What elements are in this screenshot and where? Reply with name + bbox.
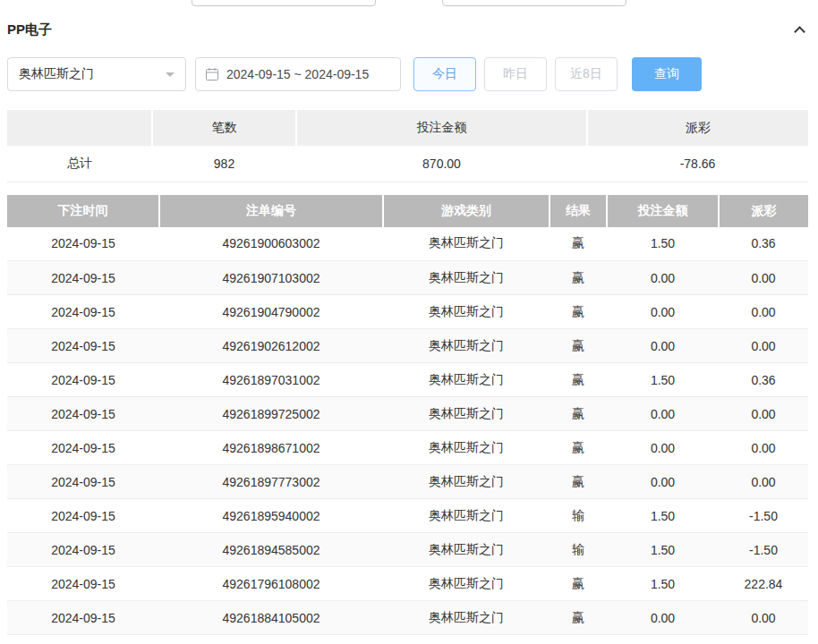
- bets-header-result: 结果: [550, 195, 607, 227]
- quick-range-yesterday-button[interactable]: 昨日: [484, 57, 547, 91]
- panel-header: PP电子: [7, 18, 808, 41]
- cell-bet-amount: 1.50: [607, 567, 719, 601]
- cell-game-type: 奥林匹斯之门: [383, 363, 550, 397]
- table-row: 2024-09-15 49261907103002 奥林匹斯之门 赢 0.00 …: [7, 261, 808, 295]
- cell-game-type: 奥林匹斯之门: [383, 329, 550, 363]
- cell-order-no: 49261796108002: [159, 567, 383, 601]
- summary-header-row: 笔数 投注金额 派彩: [7, 110, 808, 146]
- collapse-button[interactable]: [790, 21, 808, 38]
- cell-result: 赢: [550, 261, 607, 295]
- cell-bet-amount: 0.00: [607, 397, 719, 431]
- cell-game-type: 奥林匹斯之门: [383, 601, 550, 635]
- cell-payout: 0.00: [719, 465, 808, 499]
- cell-payout: 0.00: [719, 601, 808, 635]
- summary-table: 笔数 投注金额 派彩 总计 982 870.00 -78.66: [7, 110, 808, 182]
- table-row: 2024-09-15 49261900603002 奥林匹斯之门 赢 1.50 …: [7, 227, 808, 261]
- cell-bet-amount: 0.00: [607, 329, 719, 363]
- cell-bet-time: 2024-09-15: [7, 397, 159, 431]
- cell-order-no: 49261895940002: [159, 499, 383, 533]
- cell-bet-amount: 0.00: [607, 601, 719, 635]
- cell-game-type: 奥林匹斯之门: [383, 295, 550, 329]
- cell-bet-amount: 0.00: [607, 431, 719, 465]
- summary-total-label: 总计: [7, 146, 152, 182]
- cell-result: 赢: [550, 227, 607, 261]
- cell-payout: 0.00: [719, 295, 808, 329]
- cropped-input-right[interactable]: [442, 0, 626, 6]
- cell-payout: 0.36: [719, 227, 808, 261]
- cell-game-type: 奥林匹斯之门: [383, 465, 550, 499]
- table-row: 2024-09-15 49261897031002 奥林匹斯之门 赢 1.50 …: [7, 363, 808, 397]
- cell-order-no: 49261897031002: [159, 363, 383, 397]
- cell-payout: 0.00: [719, 329, 808, 363]
- cell-result: 赢: [550, 363, 607, 397]
- cell-order-no: 49261898671002: [159, 431, 383, 465]
- cell-bet-time: 2024-09-15: [7, 533, 159, 567]
- bets-header-payout: 派彩: [719, 195, 808, 227]
- summary-total-bet-amount: 870.00: [296, 146, 587, 182]
- quick-range-last8days-button[interactable]: 近8日: [555, 57, 618, 91]
- cell-bet-amount: 1.50: [607, 533, 719, 567]
- cell-result: 赢: [550, 397, 607, 431]
- chevron-down-icon: [166, 72, 175, 81]
- cell-result: 赢: [550, 465, 607, 499]
- date-range-value: 2024-09-15 ~ 2024-09-15: [226, 67, 369, 81]
- bets-header-row: 下注时间 注单编号 游戏类别 结果 投注金额 派彩: [7, 195, 808, 227]
- table-row: 2024-09-15 49261894585002 奥林匹斯之门 输 1.50 …: [7, 533, 808, 567]
- cell-order-no: 49261900603002: [159, 227, 383, 261]
- game-select-value: 奥林匹斯之门: [19, 66, 94, 82]
- cell-result: 输: [550, 499, 607, 533]
- quick-range-group: 今日 昨日 近8日: [413, 57, 618, 91]
- summary-header-blank: [7, 110, 152, 146]
- cell-bet-amount: 1.50: [607, 363, 719, 397]
- cell-result: 赢: [550, 295, 607, 329]
- cell-order-no: 49261907103002: [159, 261, 383, 295]
- cell-bet-time: 2024-09-15: [7, 329, 159, 363]
- summary-header-count: 笔数: [152, 110, 296, 146]
- cell-game-type: 奥林匹斯之门: [383, 261, 550, 295]
- cell-bet-time: 2024-09-15: [7, 261, 159, 295]
- cell-payout: 0.00: [719, 431, 808, 465]
- cell-bet-amount: 0.00: [607, 295, 719, 329]
- table-row: 2024-09-15 49261898671002 奥林匹斯之门 赢 0.00 …: [7, 431, 808, 465]
- summary-header-payout: 派彩: [587, 110, 808, 146]
- table-row: 2024-09-15 49261884105002 奥林匹斯之门 赢 0.00 …: [7, 601, 808, 635]
- game-select[interactable]: 奥林匹斯之门: [7, 57, 186, 91]
- summary-total-count: 982: [152, 146, 296, 182]
- bets-header-bet-amount: 投注金额: [607, 195, 719, 227]
- table-row: 2024-09-15 49261899725002 奥林匹斯之门 赢 0.00 …: [7, 397, 808, 431]
- table-row: 2024-09-15 49261796108002 奥林匹斯之门 赢 1.50 …: [7, 567, 808, 601]
- cell-result: 输: [550, 533, 607, 567]
- search-button[interactable]: 查询: [632, 57, 702, 91]
- cell-order-no: 49261894585002: [159, 533, 383, 567]
- cell-game-type: 奥林匹斯之门: [383, 499, 550, 533]
- cell-result: 赢: [550, 431, 607, 465]
- cell-order-no: 49261904790002: [159, 295, 383, 329]
- summary-total-payout: -78.66: [587, 146, 808, 182]
- cropped-input-left[interactable]: [192, 0, 376, 6]
- cell-bet-time: 2024-09-15: [7, 295, 159, 329]
- cell-game-type: 奥林匹斯之门: [383, 567, 550, 601]
- cell-order-no: 49261899725002: [159, 397, 383, 431]
- summary-header-bet-amount: 投注金额: [296, 110, 587, 146]
- bets-header-game-type: 游戏类别: [383, 195, 550, 227]
- bets-header-bet-time: 下注时间: [7, 195, 159, 227]
- table-row: 2024-09-15 49261897773002 奥林匹斯之门 赢 0.00 …: [7, 465, 808, 499]
- cell-payout: -1.50: [719, 533, 808, 567]
- cell-bet-time: 2024-09-15: [7, 567, 159, 601]
- pp-electronic-panel: PP电子 奥林匹斯之门 2024-09-15 ~ 2024-09-15 今日 昨…: [0, 18, 818, 635]
- cell-result: 赢: [550, 329, 607, 363]
- cell-order-no: 49261902612002: [159, 329, 383, 363]
- date-range-input[interactable]: 2024-09-15 ~ 2024-09-15: [195, 57, 401, 91]
- calendar-icon: [205, 67, 219, 81]
- bets-header-order-no: 注单编号: [159, 195, 383, 227]
- cell-game-type: 奥林匹斯之门: [383, 431, 550, 465]
- bets-table: 下注时间 注单编号 游戏类别 结果 投注金额 派彩 2024-09-15 492…: [7, 195, 808, 636]
- cell-payout: 0.00: [719, 261, 808, 295]
- cell-bet-amount: 1.50: [607, 499, 719, 533]
- quick-range-today-button[interactable]: 今日: [413, 57, 476, 91]
- cell-bet-time: 2024-09-15: [7, 431, 159, 465]
- filter-row: 奥林匹斯之门 2024-09-15 ~ 2024-09-15 今日 昨日 近8日…: [7, 57, 808, 91]
- cell-payout: -1.50: [719, 499, 808, 533]
- cell-game-type: 奥林匹斯之门: [383, 533, 550, 567]
- panel-title: PP电子: [7, 21, 52, 38]
